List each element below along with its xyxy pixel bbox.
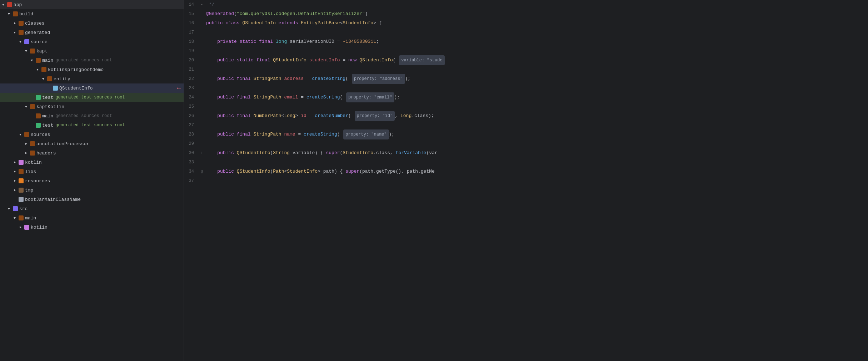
icon-entity-folder: [47, 76, 52, 81]
line-19: 19: [184, 46, 445, 56]
tree-item-kotlin2[interactable]: kotlin: [0, 223, 184, 232]
code-lines: 14 • */ 15 @Generated("com.querydsl.code…: [184, 0, 445, 361]
line-15: 15 @Generated("com.querydsl.codegen.Defa…: [184, 9, 445, 19]
tree-item-test2[interactable]: test generated test sources root: [0, 121, 184, 130]
line-number-14: 14: [184, 2, 198, 7]
arrow-source: [19, 39, 24, 44]
label-build: build: [19, 11, 33, 17]
svg-marker-19: [14, 180, 16, 182]
icon-app-module: [7, 2, 12, 7]
line-number-28: 28: [184, 132, 198, 137]
line-25: 25: [184, 102, 445, 111]
tree-item-resources[interactable]: resources: [0, 176, 184, 185]
svg-marker-24: [20, 226, 21, 228]
tree-item-classes[interactable]: classes: [0, 19, 184, 28]
label-kapt: kapt: [36, 49, 48, 54]
tree-item-kapt[interactable]: kapt: [0, 46, 184, 56]
tree-item-headers[interactable]: headers: [0, 148, 184, 158]
tree-item-source[interactable]: source: [0, 37, 184, 46]
line-number-34: 34: [184, 169, 198, 174]
tree-item-tmp[interactable]: tmp: [0, 185, 184, 195]
svg-marker-6: [31, 60, 33, 61]
arrow-kotlinspringbootdemo: [36, 67, 41, 72]
line-number-16: 16: [184, 21, 198, 26]
line-number-24: 24: [184, 95, 198, 100]
tree-item-libs[interactable]: libs: [0, 167, 184, 176]
icon-main-folder: [36, 58, 41, 63]
icon-build-folder: [13, 11, 18, 16]
line-23: 23: [184, 83, 445, 93]
code-22: public final StringPath address = create…: [206, 74, 445, 84]
tree-item-test[interactable]: test generated test sources root: [0, 93, 184, 102]
icon-test2-folder: [36, 123, 41, 128]
arrow-resources: [13, 178, 18, 183]
line-14: 14 • */: [184, 0, 445, 9]
line-18: 18 private static final long serialVersi…: [184, 37, 445, 46]
tree-item-kaptKotlin[interactable]: kaptKotlin: [0, 102, 184, 111]
arrow-kaptKotlin: [24, 104, 29, 109]
line-37: 37: [184, 176, 445, 185]
tree-item-annotationProcessor[interactable]: annotationProcessor: [0, 139, 184, 148]
label-main3: main: [25, 215, 36, 221]
tree-item-entity[interactable]: entity: [0, 74, 184, 83]
icon-generated-folder: [19, 30, 24, 35]
tree-item-sources[interactable]: sources: [0, 130, 184, 139]
line-number-23: 23: [184, 86, 198, 91]
svg-marker-8: [42, 78, 44, 80]
line-number-22: 22: [184, 76, 198, 81]
line-number-29: 29: [184, 141, 198, 146]
red-arrow-indicator: ←: [177, 85, 181, 92]
label-kaptKotlin: kaptKotlin: [36, 104, 64, 110]
line-29: 29: [184, 139, 445, 148]
icon-sources-folder: [24, 132, 29, 137]
tree-item-build[interactable]: build: [0, 9, 184, 19]
code-16: public class QStudentInfo extends Entity…: [206, 19, 445, 28]
arrow-entity: [41, 76, 46, 81]
tree-item-kotlin[interactable]: kotlin: [0, 158, 184, 167]
line-number-27: 27: [184, 123, 198, 128]
label-main-badge: generated sources root: [55, 58, 112, 63]
label-classes: classes: [25, 21, 45, 26]
label-main2-badge: generated sources root: [55, 113, 112, 118]
label-app: app: [14, 2, 22, 7]
icon-libs-folder: [19, 169, 24, 174]
tree-item-qstudentinfo[interactable]: QStudentInfo ←: [0, 83, 184, 93]
label-kotlin: kotlin: [25, 160, 42, 165]
project-tree[interactable]: app build classes generated source: [0, 0, 184, 361]
tree-item-generated[interactable]: generated: [0, 28, 184, 37]
svg-marker-7: [36, 69, 39, 71]
arrow-app: [1, 2, 6, 7]
svg-marker-17: [14, 161, 16, 163]
icon-qstudentinfo-file: [53, 86, 58, 91]
icon-headers-folder: [30, 151, 35, 156]
code-editor: 14 • */ 15 @Generated("com.querydsl.code…: [184, 0, 868, 361]
svg-marker-10: [31, 96, 33, 98]
tree-item-bootJarMainClassName[interactable]: bootJarMainClassName: [0, 195, 184, 204]
line-number-33: 33: [184, 160, 198, 165]
svg-marker-1: [8, 13, 10, 15]
tree-item-main2[interactable]: main generated sources root: [0, 111, 184, 121]
arrow-tmp: [13, 188, 18, 193]
icon-main2-folder: [36, 113, 41, 118]
tree-item-src[interactable]: src: [0, 204, 184, 213]
tree-item-app[interactable]: app: [0, 0, 184, 9]
tree-item-main3[interactable]: main: [0, 213, 184, 223]
arrow-sources: [19, 132, 24, 137]
arrow-headers: [24, 151, 29, 156]
line-number-37: 37: [184, 178, 198, 183]
svg-marker-12: [31, 115, 33, 117]
tree-item-main[interactable]: main generated sources root: [0, 56, 184, 65]
label-test-badge: generated test sources root: [55, 95, 125, 100]
icon-kapt-folder: [30, 49, 35, 54]
icon-classes-folder: [19, 21, 24, 26]
code-24: public final StringPath email = createSt…: [206, 92, 445, 102]
arrow-annotationProcessor: [24, 141, 29, 146]
svg-marker-16: [25, 152, 27, 154]
icon-tmp-folder: [19, 188, 24, 193]
icon-resources-folder: [19, 178, 24, 183]
line-number-19: 19: [184, 49, 198, 54]
line-20: 20 public static final QStudentInfo stud…: [184, 56, 445, 65]
svg-marker-4: [19, 41, 21, 43]
tree-item-kotlinspringbootdemo[interactable]: kotlinspringbootdemo: [0, 65, 184, 74]
label-resources: resources: [25, 178, 50, 184]
